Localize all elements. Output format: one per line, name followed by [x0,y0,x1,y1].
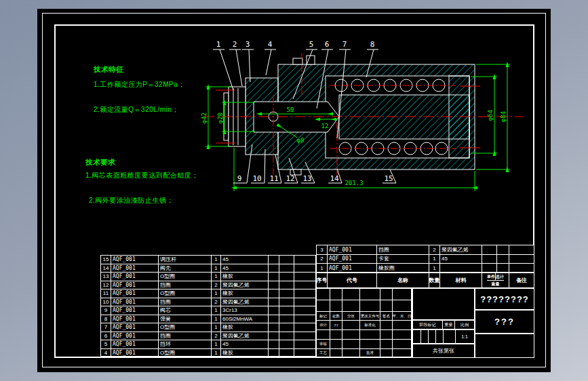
table-cell: 1 [212,340,221,349]
table-cell [269,289,279,298]
title-block: 标记处数分区更改文件号签名年、月、日设计??标准化审核工艺批准 阶段标记 重量 … [316,288,534,358]
table-cell [393,289,412,300]
table-cell [380,289,393,300]
table-cell: 橡胶 [221,273,269,281]
table-cell [317,289,330,300]
header-qty: 数量 [429,273,440,287]
table-cell: 卡套 [377,255,429,264]
table-cell: AQF_001 [328,245,377,255]
table-cell: AQF_001 [111,340,159,349]
table-cell [294,332,316,341]
table-cell: 15 [101,256,111,264]
table-cell [330,289,342,300]
table-cell [342,330,360,340]
table-cell: 更改文件号 [360,312,380,321]
table-cell [279,340,294,349]
table-cell [279,306,294,315]
table-cell [294,264,316,273]
tech-features-title: 技术特征 [94,65,123,75]
stage-label: 阶段标记 [413,321,443,329]
table-cell: 批准 [360,349,380,357]
table-cell: 5 [101,340,111,349]
tech-requirements-title: 技术要求 [85,158,115,167]
table-cell [269,315,279,324]
table-cell: 1 [429,264,440,273]
table-cell: 2 [317,255,328,264]
table-cell: 7 [101,323,111,332]
table-cell: O型圈 [159,349,212,358]
table-cell [279,264,294,273]
table-cell: 调压杆 [159,256,212,264]
table-cell: 分区 [342,312,360,321]
drawing-title: ???????? [475,288,534,310]
table-cell [294,289,316,298]
table-cell [482,245,497,255]
table-cell: 11 [101,289,111,298]
table-cell [482,255,497,264]
table-cell [317,300,330,312]
tech-feature-2: 2.额定流量Q＝320L/min； [94,105,179,115]
table-cell: 签名 [380,312,393,321]
table-cell: ?? [330,321,342,330]
table-cell [393,349,412,357]
table-cell [342,289,360,300]
scale-label: 比例 [455,321,474,329]
header-code: 代号 [328,273,377,287]
table-cell: 挡圈 [377,245,429,255]
table-cell: AQF_001 [111,289,159,298]
table-cell [509,255,534,264]
table-cell [380,349,393,357]
table-cell [279,349,294,358]
table-cell [380,340,393,349]
parts-list-header: 序号 代号 名称 数量 材料 单件 总计 重量 备注 [316,273,534,288]
table-cell: O型圈 [159,289,212,298]
table-cell: 1 [212,323,221,332]
parts-list-right: 3AQF_001挡圈2聚四氟乙烯2AQF_001卡套1451AQF_001橡胶圈… [316,245,534,273]
table-cell [269,298,279,307]
table-cell [380,321,393,330]
table-cell [342,340,360,349]
table-cell [330,349,342,357]
table-cell: AQF_001 [111,323,159,332]
table-cell [294,273,316,281]
table-cell [269,306,279,315]
table-cell [269,281,279,290]
table-cell: 聚四氟乙烯 [221,281,269,290]
tech-requirement-1: 1.阀芯表面粗糙度要达到配合精度； [85,171,199,180]
table-cell [269,273,279,281]
table-cell: AQF_001 [111,332,159,341]
table-cell: 聚四氟乙烯 [221,298,269,307]
drawing-number: ??? [475,310,534,334]
table-cell [393,321,412,330]
table-cell: 3Cr13 [221,306,269,315]
sheets-cell: 共 张 第 张 [412,344,475,358]
table-cell [360,340,380,349]
table-cell: 2 [212,332,221,341]
table-cell: 聚四氟乙烯 [440,245,482,255]
table-cell: 阀壳 [159,264,212,273]
table-cell: 60Si2MnWA [221,315,269,324]
signature-grid: 标记处数分区更改文件号签名年、月、日设计??标准化审核工艺批准 [316,288,412,358]
table-cell: 12 [101,281,111,290]
table-cell [509,245,534,255]
table-cell: 6 [101,332,111,341]
table-cell: 13 [101,273,111,281]
table-cell [440,264,482,273]
table-cell [393,330,412,340]
cad-viewport: 技术特征 1.工作额定压力P＝32MPa； 2.额定流量Q＝320L/min； … [0,0,588,381]
header-weight-group: 单件 总计 重量 [482,273,509,287]
table-cell [294,256,316,264]
table-cell [269,256,279,264]
table-cell: 挡圈 [159,298,212,307]
table-cell [279,332,294,341]
table-cell [393,300,412,312]
table-cell: AQF_001 [111,256,159,264]
table-cell: 橡胶 [221,323,269,332]
table-cell: 2 [212,298,221,307]
table-cell [497,245,509,255]
table-cell [330,330,342,340]
table-cell: 45 [221,256,269,264]
table-cell: 橡胶 [221,289,269,298]
table-cell: 10 [101,298,111,307]
revision-area [412,288,475,320]
